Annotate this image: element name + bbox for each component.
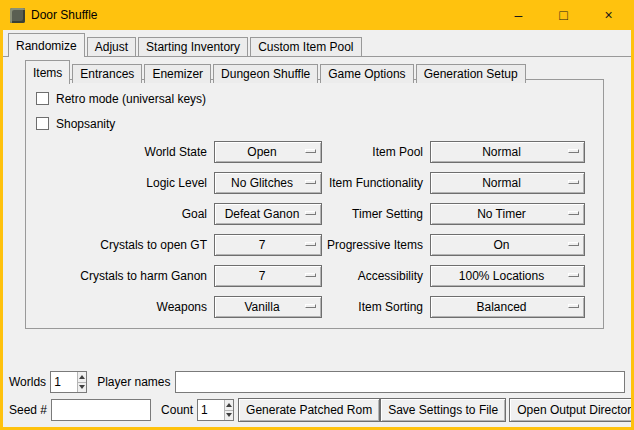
- tab-custom-item-pool[interactable]: Custom Item Pool: [250, 37, 361, 56]
- close-button[interactable]: ×: [586, 0, 631, 30]
- accessibility-dropdown[interactable]: 100% Locations: [430, 265, 585, 287]
- spin-up-icon[interactable]: [225, 400, 233, 410]
- dropdown-indicator-icon: [305, 273, 316, 277]
- titlebar[interactable]: Door Shuffle – □ ×: [3, 0, 631, 30]
- item-functionality-label: Item Functionality: [322, 176, 430, 190]
- logic-level-label: Logic Level: [26, 176, 214, 190]
- world-state-value: Open: [247, 145, 276, 159]
- items-pane: Retro mode (universal keys) Shopsanity W…: [25, 79, 604, 329]
- tab-items[interactable]: Items: [25, 60, 70, 84]
- timer-setting-dropdown[interactable]: No Timer: [430, 203, 585, 225]
- weapons-value: Vanilla: [244, 300, 279, 314]
- door-shuffle-window: Door Shuffle – □ × Randomize Adjust Star…: [0, 0, 634, 430]
- tab-enemizer[interactable]: Enemizer: [144, 64, 211, 83]
- options-row: Goal Defeat Ganon Timer Setting No Timer: [26, 198, 603, 229]
- window-body: Randomize Adjust Starting Inventory Cust…: [3, 30, 631, 427]
- item-functionality-dropdown[interactable]: Normal: [430, 172, 585, 194]
- dropdown-indicator-icon: [568, 242, 579, 246]
- item-sorting-value: Balanced: [476, 300, 526, 314]
- item-pool-value: Normal: [482, 145, 521, 159]
- options-row: Crystals to harm Ganon 7 Accessibility 1…: [26, 260, 603, 291]
- retro-mode-checkbox[interactable]: [36, 92, 49, 105]
- window-controls: – □ ×: [496, 0, 631, 30]
- spin-down-icon[interactable]: [225, 410, 233, 421]
- options-row: Logic Level No Glitches Item Functionali…: [26, 167, 603, 198]
- accessibility-value: 100% Locations: [459, 269, 544, 283]
- seed-label: Seed #: [9, 403, 47, 417]
- timer-setting-label: Timer Setting: [322, 207, 430, 221]
- worlds-label: Worlds: [9, 375, 46, 389]
- item-sorting-dropdown[interactable]: Balanced: [430, 296, 585, 318]
- open-output-directory-button[interactable]: Open Output Directory: [509, 398, 631, 422]
- seed-row: Seed # Count Generate Patched Rom Save S…: [9, 398, 625, 422]
- crystals-harm-ganon-label: Crystals to harm Ganon: [26, 269, 214, 283]
- crystals-open-gt-label: Crystals to open GT: [26, 238, 214, 252]
- dropdown-indicator-icon: [305, 211, 316, 215]
- dropdown-indicator-icon: [305, 304, 316, 308]
- logic-level-value: No Glitches: [231, 176, 293, 190]
- tab-starting-inventory[interactable]: Starting Inventory: [138, 37, 248, 56]
- minimize-button[interactable]: –: [496, 0, 541, 30]
- timer-setting-value: No Timer: [477, 207, 526, 221]
- dropdown-indicator-icon: [568, 149, 579, 153]
- count-spinner[interactable]: [197, 399, 234, 421]
- progressive-items-dropdown[interactable]: On: [430, 234, 585, 256]
- world-state-label: World State: [26, 145, 214, 159]
- progressive-items-label: Progressive Items: [322, 238, 430, 252]
- spin-up-icon[interactable]: [78, 372, 86, 382]
- player-names-input[interactable]: [175, 371, 626, 393]
- goal-dropdown[interactable]: Defeat Ganon: [214, 203, 322, 225]
- app-icon: [10, 8, 25, 23]
- count-input[interactable]: [198, 400, 224, 420]
- dropdown-indicator-icon: [568, 211, 579, 215]
- shopsanity-checkbox[interactable]: [36, 117, 49, 130]
- options-row: World State Open Item Pool Normal: [26, 136, 603, 167]
- inner-tab-bar: Items Entrances Enemizer Dungeon Shuffle…: [25, 61, 528, 83]
- dropdown-indicator-icon: [305, 180, 316, 184]
- spin-down-icon[interactable]: [78, 382, 86, 393]
- weapons-dropdown[interactable]: Vanilla: [214, 296, 322, 318]
- crystals-harm-ganon-value: 7: [259, 269, 266, 283]
- tab-game-options[interactable]: Game Options: [320, 64, 413, 83]
- bottom-controls: Worlds Player names Seed # Count: [9, 370, 625, 422]
- options-row: Weapons Vanilla Item Sorting Balanced: [26, 291, 603, 322]
- worlds-spinner[interactable]: [50, 371, 87, 393]
- item-pool-label: Item Pool: [322, 145, 430, 159]
- crystals-harm-ganon-dropdown[interactable]: 7: [214, 265, 322, 287]
- worlds-input[interactable]: [51, 372, 77, 392]
- item-pool-dropdown[interactable]: Normal: [430, 141, 585, 163]
- goal-value: Defeat Ganon: [225, 207, 300, 221]
- retro-mode-label: Retro mode (universal keys): [56, 92, 206, 106]
- save-settings-button[interactable]: Save Settings to File: [380, 398, 506, 422]
- retro-mode-row: Retro mode (universal keys): [26, 86, 603, 111]
- tab-dungeon-shuffle[interactable]: Dungeon Shuffle: [213, 64, 318, 83]
- dropdown-indicator-icon: [568, 180, 579, 184]
- window-title: Door Shuffle: [31, 8, 98, 22]
- item-functionality-value: Normal: [482, 176, 521, 190]
- tab-adjust[interactable]: Adjust: [87, 37, 136, 56]
- progressive-items-value: On: [493, 238, 509, 252]
- crystals-open-gt-dropdown[interactable]: 7: [214, 234, 322, 256]
- player-names-label: Player names: [97, 375, 170, 389]
- seed-input[interactable]: [51, 399, 151, 421]
- shopsanity-row: Shopsanity: [26, 111, 603, 136]
- item-sorting-label: Item Sorting: [322, 300, 430, 314]
- dropdown-indicator-icon: [568, 304, 579, 308]
- spinner-buttons: [77, 372, 86, 392]
- goal-label: Goal: [26, 207, 214, 221]
- accessibility-label: Accessibility: [322, 269, 430, 283]
- outer-tab-bar: Randomize Adjust Starting Inventory Cust…: [8, 33, 364, 56]
- count-label: Count: [161, 403, 193, 417]
- maximize-button[interactable]: □: [541, 0, 586, 30]
- generate-patched-rom-button[interactable]: Generate Patched Rom: [238, 398, 380, 422]
- options-row: Crystals to open GT 7 Progressive Items …: [26, 229, 603, 260]
- dropdown-indicator-icon: [568, 273, 579, 277]
- world-state-dropdown[interactable]: Open: [214, 141, 322, 163]
- tab-generation-setup[interactable]: Generation Setup: [416, 64, 526, 83]
- tab-entrances[interactable]: Entrances: [72, 64, 142, 83]
- crystals-open-gt-value: 7: [259, 238, 266, 252]
- tab-randomize[interactable]: Randomize: [8, 33, 85, 57]
- spinner-buttons: [224, 400, 233, 420]
- dropdown-indicator-icon: [305, 242, 316, 246]
- logic-level-dropdown[interactable]: No Glitches: [214, 172, 322, 194]
